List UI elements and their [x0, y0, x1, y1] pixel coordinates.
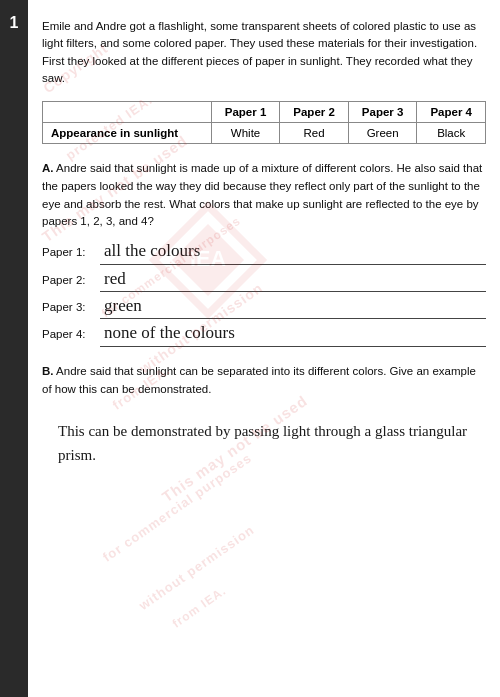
answer-text-paper4: none of the colours: [104, 323, 235, 342]
left-bar: 1: [0, 0, 28, 697]
question-a-label: A.: [42, 162, 54, 174]
answer-row-paper1: Paper 1: all the colours: [42, 241, 486, 264]
table-header-paper3: Paper 3: [348, 102, 417, 123]
question-b-text: B. Andre said that sunlight can be separ…: [42, 363, 486, 399]
watermark-8: for commercial purposes: [100, 450, 255, 565]
answer-label-paper2: Paper 2:: [42, 274, 100, 286]
answer-line-paper3: green: [100, 296, 486, 319]
table-header-empty: [43, 102, 212, 123]
answer-text-paper1: all the colours: [104, 241, 200, 260]
question-a-text: A. Andre said that sunlight is made up o…: [42, 160, 486, 231]
watermark-10: from IEA.: [170, 583, 229, 630]
answer-line-paper4: none of the colours: [100, 323, 486, 346]
question-a-block: A. Andre said that sunlight is made up o…: [42, 160, 486, 347]
answer-text-paper3: green: [104, 296, 142, 315]
table-cell-paper1: White: [211, 123, 280, 144]
watermark-9: without permission: [136, 522, 257, 613]
question-b-body: Andre said that sunlight can be separate…: [42, 365, 476, 395]
table-cell-paper3: Green: [348, 123, 417, 144]
table-header-paper2: Paper 2: [280, 102, 349, 123]
table-row-label: Appearance in sunlight: [43, 123, 212, 144]
answer-row-paper2: Paper 2: red: [42, 269, 486, 292]
question-a-body: Andre said that sunlight is made up of a…: [42, 162, 482, 227]
answer-label-paper3: Paper 3:: [42, 301, 100, 313]
table-cell-paper4: Black: [417, 123, 486, 144]
question-b-block: B. Andre said that sunlight can be separ…: [42, 363, 486, 467]
page-number: 1: [10, 14, 19, 32]
paper-table: Paper 1 Paper 2 Paper 3 Paper 4 Appearan…: [42, 101, 486, 144]
table-cell-paper2: Red: [280, 123, 349, 144]
answer-label-paper4: Paper 4:: [42, 328, 100, 340]
page-content: Emile and Andre got a flashlight, some t…: [28, 0, 500, 697]
answer-label-paper1: Paper 1:: [42, 246, 100, 258]
answer-text-paper2: red: [104, 269, 126, 288]
question-b-answer: This can be demonstrated by passing ligh…: [50, 420, 486, 467]
question-b-label: B.: [42, 365, 54, 377]
answer-line-paper2: red: [100, 269, 486, 292]
question-b-answer-area: This can be demonstrated by passing ligh…: [42, 408, 486, 467]
answer-row-paper3: Paper 3: green: [42, 296, 486, 319]
intro-paragraph: Emile and Andre got a flashlight, some t…: [42, 18, 486, 87]
answer-line-paper1: all the colours: [100, 241, 486, 264]
table-header-paper4: Paper 4: [417, 102, 486, 123]
answer-row-paper4: Paper 4: none of the colours: [42, 323, 486, 346]
table-header-paper1: Paper 1: [211, 102, 280, 123]
